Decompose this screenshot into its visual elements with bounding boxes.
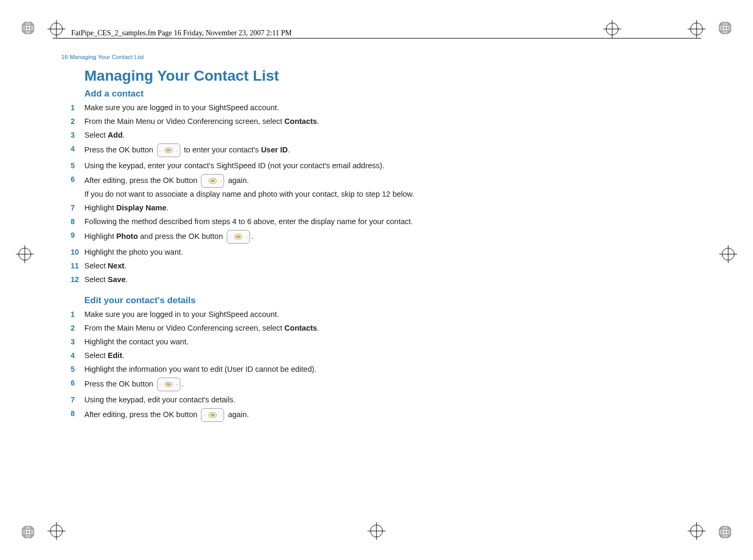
step: 1 Make sure you are logged in to your Si… — [71, 309, 545, 320]
step-number: 3 — [71, 336, 81, 347]
step-text: Make sure you are logged in to your Sigh… — [84, 310, 279, 318]
section-heading-add: Add a contact — [84, 89, 545, 99]
ui-term: Contacts — [284, 117, 317, 125]
step-text: From the Main Menu or Video Conferencing… — [84, 117, 284, 125]
ui-term: Next — [108, 262, 124, 270]
step-number: 7 — [71, 394, 81, 405]
ui-term: Photo — [116, 232, 138, 240]
step-text: Make sure you are logged in to your Sigh… — [84, 103, 279, 112]
step-text: After editing, press the OK button — [84, 176, 199, 185]
step-number: 5 — [71, 364, 81, 374]
step: 8 Following the method described from st… — [71, 216, 545, 227]
step-number: 8 — [71, 408, 81, 419]
ok-button-icon: ˄˅‹›OK — [201, 174, 224, 188]
step-text: Select — [84, 275, 108, 284]
ui-term: Display Name — [116, 204, 166, 212]
ui-term: Save — [108, 275, 126, 284]
step-text: Using the keypad, edit your contact's de… — [84, 395, 235, 404]
step-number: 3 — [71, 130, 81, 140]
registration-disc — [718, 525, 732, 539]
step-number: 10 — [71, 247, 81, 257]
registration-mark — [370, 525, 383, 537]
step: 7 Using the keypad, edit your contact's … — [71, 394, 545, 405]
step: 6 Press the OK button ˄˅‹›OK. — [71, 378, 545, 391]
step: 8 After editing, press the OK button ˄˅‹… — [71, 408, 545, 422]
registration-mark — [722, 248, 735, 260]
step: 3 Highlight the contact you want. — [71, 336, 545, 347]
page: FatPipe_CES_2_samples.fm Page 16 Friday,… — [0, 0, 753, 560]
registration-disc — [21, 21, 35, 35]
ui-term: User ID — [261, 146, 288, 154]
ui-term: Contacts — [284, 324, 317, 332]
registration-disc — [718, 21, 732, 35]
ui-term: Edit — [108, 351, 122, 360]
step-text: From the Main Menu or Video Conferencing… — [84, 324, 284, 332]
steps-edit-contact: 1 Make sure you are logged in to your Si… — [71, 309, 545, 422]
step-text: Press the OK button — [84, 146, 156, 154]
registration-mark — [690, 525, 703, 537]
step-number: 2 — [71, 116, 81, 127]
steps-add-contact: 1 Make sure you are logged in to your Si… — [71, 102, 545, 285]
registration-mark — [690, 23, 703, 35]
step: 10 Highlight the photo you want. — [71, 247, 545, 257]
step-text: After editing, press the OK button — [84, 410, 199, 419]
framemaker-header: FatPipe_CES_2_samples.fm Page 16 Friday,… — [71, 29, 292, 37]
content-area: Managing Your Contact List Add a contact… — [71, 67, 545, 432]
step-number: 1 — [71, 309, 81, 320]
step-text: Highlight the information you want to ed… — [84, 365, 316, 373]
step-subtext: If you do not want to associate a displa… — [84, 189, 545, 199]
step-number: 6 — [71, 378, 81, 388]
step: 9 Highlight Photo and press the OK butto… — [71, 230, 545, 244]
step-number: 7 — [71, 202, 81, 213]
step: 5 Highlight the information you want to … — [71, 364, 545, 374]
step: 1 Make sure you are logged in to your Si… — [71, 102, 545, 113]
step-text: Highlight the contact you want. — [84, 337, 188, 346]
step: 5 Using the keypad, enter your contact's… — [71, 160, 545, 171]
registration-mark — [50, 525, 63, 537]
step: 6 After editing, press the OK button ˄˅‹… — [71, 174, 545, 199]
step: 2 From the Main Menu or Video Conferenci… — [71, 323, 545, 333]
ui-term: Add — [108, 131, 122, 139]
step: 3 Select Add. — [71, 130, 545, 140]
page-title: Managing Your Contact List — [84, 67, 545, 84]
step-text: Highlight the photo you want. — [84, 248, 183, 256]
step-text: Using the keypad, enter your contact's S… — [84, 161, 384, 170]
registration-mark — [606, 23, 619, 35]
section-heading-edit: Edit your contact's details — [84, 295, 545, 306]
step-number: 1 — [71, 102, 81, 113]
step: 12 Select Save. — [71, 274, 545, 285]
step-text: Select — [84, 262, 108, 270]
step: 4 Select Edit. — [71, 350, 545, 361]
registration-disc — [21, 525, 35, 539]
step-text: Press the OK button — [84, 380, 156, 388]
registration-mark — [50, 23, 63, 35]
ok-button-icon: ˄˅‹›OK — [157, 143, 180, 157]
step: 7 Highlight Display Name. — [71, 202, 545, 213]
step-number: 12 — [71, 274, 81, 285]
step: 2 From the Main Menu or Video Conferenci… — [71, 116, 545, 127]
step: 11 Select Next. — [71, 260, 545, 271]
step-number: 11 — [71, 260, 81, 271]
step-text: Following the method described from step… — [84, 217, 413, 226]
step-text: Select — [84, 131, 108, 139]
step-number: 2 — [71, 323, 81, 333]
step-number: 5 — [71, 160, 81, 171]
step-number: 4 — [71, 350, 81, 361]
step-text: Highlight — [84, 204, 116, 212]
step-number: 4 — [71, 143, 81, 154]
ok-button-icon: ˄˅‹›OK — [227, 230, 250, 244]
step-number: 8 — [71, 216, 81, 227]
step-number: 6 — [71, 174, 81, 185]
running-head: 16 Managing Your Contact List — [61, 54, 144, 60]
step-text: Highlight — [84, 232, 116, 240]
ok-button-icon: ˄˅‹›OK — [157, 378, 180, 391]
registration-mark — [18, 248, 31, 260]
header-rule — [53, 38, 701, 38]
ok-button-icon: ˄˅‹›OK — [201, 408, 224, 422]
step-text: Select — [84, 351, 108, 360]
step: 4 Press the OK button ˄˅‹›OK to enter yo… — [71, 143, 545, 157]
step-number: 9 — [71, 230, 81, 240]
